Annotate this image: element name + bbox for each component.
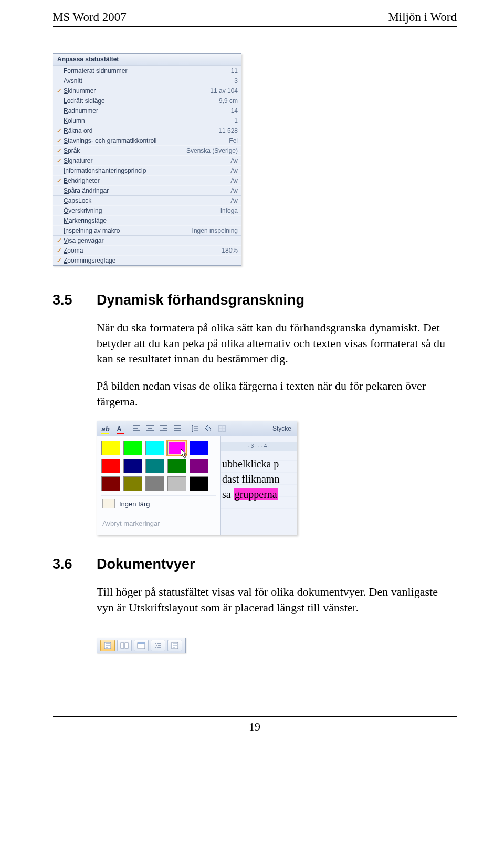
- cursor-icon: [181, 449, 188, 458]
- check-icon: ✓: [55, 157, 64, 164]
- statusbar-menu-item[interactable]: ✓SignaturerAv: [53, 155, 241, 165]
- statusbar-menu-item[interactable]: Formaterat sidnummer11: [53, 66, 241, 76]
- statusbar-menu-item[interactable]: Radnummer14: [53, 106, 241, 116]
- statusbar-menu-item[interactable]: ✓Zooma180%: [53, 245, 241, 255]
- check-icon: ✓: [55, 127, 64, 134]
- outline-view[interactable]: [151, 640, 165, 651]
- status-item-value: 11: [227, 67, 238, 75]
- status-item-value: Av: [226, 157, 238, 164]
- align-right-icon[interactable]: [158, 423, 170, 434]
- statusbar-menu-item[interactable]: ✓Sidnummer11 av 104: [53, 86, 241, 96]
- statusbar-menu-title: Anpassa statusfältet: [53, 54, 241, 66]
- status-item-value: 11 528: [214, 127, 238, 134]
- status-item-label: Signaturer: [64, 157, 226, 164]
- status-item-value: 3: [230, 77, 238, 85]
- status-item-value: Av: [226, 167, 238, 174]
- cancel-highlights-label: Avbryt markeringar: [102, 519, 160, 527]
- statusbar-menu-item[interactable]: ✓SpråkSvenska (Sverige): [53, 145, 241, 155]
- highlight-color-button[interactable]: ab: [99, 423, 112, 434]
- status-item-label: Zooma: [64, 247, 217, 254]
- svg-rect-3: [106, 645, 110, 646]
- check-icon: ✓: [55, 247, 64, 254]
- statusbar-menu-item[interactable]: ÖverskrivningInfoga: [53, 205, 241, 215]
- doc-fragment-3: sa grupperna: [222, 487, 295, 502]
- statusbar-menu-item[interactable]: ✓Visa genvägar: [53, 235, 241, 245]
- check-icon: ✓: [55, 147, 64, 154]
- doc-fragment-1: ubbelklicka p: [222, 456, 295, 472]
- statusbar-menu-item[interactable]: ✓Stavnings- och grammatikkontrollFel: [53, 136, 241, 145]
- color-swatch[interactable]: [167, 459, 186, 473]
- fullscreen-reading-view[interactable]: [117, 640, 132, 651]
- shading-icon[interactable]: [202, 423, 215, 434]
- status-item-value: Infoga: [216, 207, 238, 214]
- no-color-option[interactable]: Ingen färg: [101, 495, 216, 512]
- status-item-value: 1: [230, 117, 238, 124]
- statusbar-menu-item[interactable]: CapsLockAv: [53, 195, 241, 205]
- ruler: · 3 · · · 4 ·: [221, 442, 297, 451]
- check-icon: ✓: [55, 137, 64, 144]
- web-layout-view[interactable]: [134, 640, 149, 651]
- color-swatch[interactable]: [190, 459, 208, 473]
- draft-view[interactable]: [167, 640, 182, 651]
- color-swatch[interactable]: [167, 441, 186, 455]
- statusbar-menu-item[interactable]: InformationshanteringsprincipAv: [53, 165, 241, 175]
- color-swatch[interactable]: [101, 476, 120, 491]
- color-swatch[interactable]: [167, 476, 186, 491]
- align-center-icon[interactable]: [144, 423, 156, 434]
- section-num: 3.5: [52, 292, 81, 308]
- statusbar-menu-item[interactable]: ✓Zoomningsreglage: [53, 255, 241, 265]
- color-swatch[interactable]: [145, 441, 164, 455]
- color-swatch[interactable]: [190, 441, 208, 455]
- toolbar-divider: [128, 424, 128, 433]
- status-item-label: Språk: [64, 147, 182, 154]
- document-preview-area: · 3 · · · 4 · ubbelklicka p dast fliknam…: [221, 436, 297, 535]
- statusbar-menu-item[interactable]: Spåra ändringarAv: [53, 185, 241, 195]
- section-heading-35: 3.5 Dynamisk förhandsgranskning: [52, 292, 457, 308]
- status-item-label: Överskrivning: [64, 207, 216, 214]
- statusbar-menu-item[interactable]: ✓BehörigheterAv: [53, 175, 241, 185]
- check-icon: ✓: [55, 257, 64, 264]
- statusbar-menu-item[interactable]: Avsnitt3: [53, 76, 241, 86]
- statusbar-menu-item[interactable]: Kolumn1: [53, 116, 241, 126]
- page-number: 19: [52, 720, 457, 734]
- status-item-value: 11 av 104: [206, 87, 238, 95]
- status-item-label: Stavnings- och grammatikkontroll: [64, 137, 225, 144]
- footer-rule: [52, 716, 457, 717]
- statusbar-menu-item[interactable]: ✓Räkna ord11 528: [53, 126, 241, 136]
- statusbar-menu-item[interactable]: Lodrätt sidläge9,9 cm: [53, 96, 241, 106]
- status-item-label: Markeringsläge: [64, 217, 234, 224]
- color-swatch[interactable]: [190, 476, 208, 491]
- statusbar-menu-item[interactable]: Markeringsläge: [53, 215, 241, 225]
- line-spacing-icon[interactable]: [188, 423, 201, 434]
- status-item-value: Fel: [225, 137, 238, 144]
- statusbar-menu-item[interactable]: Inspelning av makroIngen inspelning: [53, 225, 241, 235]
- color-swatch[interactable]: [101, 441, 120, 455]
- print-layout-view[interactable]: [100, 640, 115, 651]
- color-swatch[interactable]: [123, 441, 142, 455]
- align-left-icon[interactable]: [130, 423, 143, 434]
- align-justify-icon[interactable]: [171, 423, 184, 434]
- svg-rect-4: [106, 647, 108, 648]
- check-icon: ✓: [55, 237, 64, 244]
- status-item-label: Zoomningsreglage: [64, 257, 234, 264]
- section35-p2: På bilden nedan visas de olika färgerna …: [97, 378, 457, 409]
- status-item-label: Sidnummer: [64, 87, 206, 95]
- svg-rect-2: [106, 643, 110, 644]
- status-item-label: Informationshanteringsprincip: [64, 167, 226, 174]
- section-heading-36: 3.6 Dokumentvyer: [52, 556, 457, 572]
- font-color-button[interactable]: A: [113, 423, 125, 434]
- status-item-label: Behörigheter: [64, 177, 226, 184]
- color-swatch[interactable]: [101, 459, 120, 473]
- highlight-color-picker-screenshot: ab A Stycke: [97, 421, 297, 535]
- borders-icon[interactable]: [216, 423, 228, 434]
- color-swatch[interactable]: [123, 459, 142, 473]
- status-item-value: Ingen inspelning: [188, 227, 238, 234]
- color-swatch[interactable]: [123, 476, 142, 491]
- color-swatch[interactable]: [145, 459, 164, 473]
- svg-rect-6: [125, 643, 128, 648]
- color-swatch[interactable]: [145, 476, 164, 491]
- status-item-label: Kolumn: [64, 117, 230, 124]
- status-item-label: Visa genvägar: [64, 237, 234, 244]
- check-icon: ✓: [55, 177, 64, 184]
- no-color-label: Ingen färg: [119, 500, 150, 508]
